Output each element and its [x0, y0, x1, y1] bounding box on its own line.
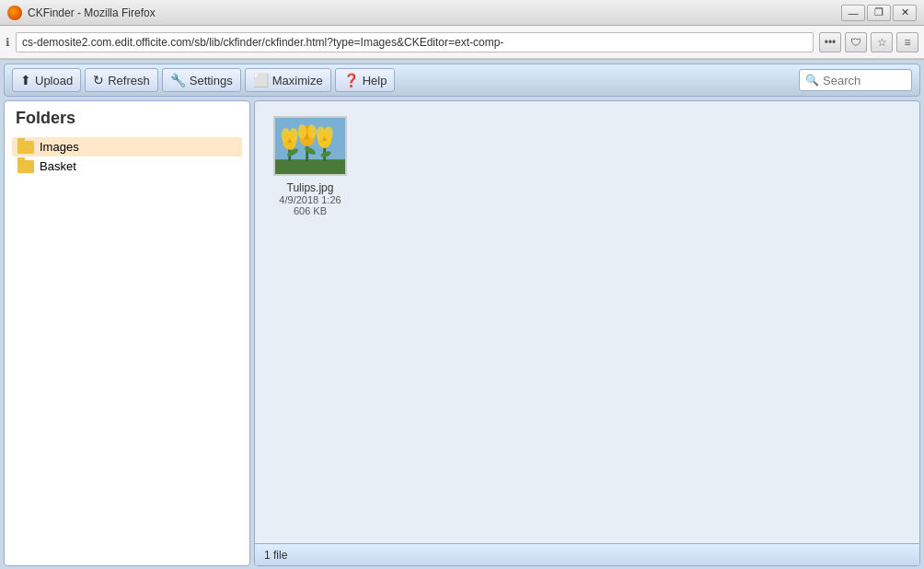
status-label: 1 file: [264, 549, 287, 562]
more-button[interactable]: •••: [819, 32, 841, 52]
sidebar-item-images[interactable]: Images: [12, 137, 242, 157]
svg-point-19: [324, 126, 333, 140]
refresh-icon: ↻: [93, 73, 104, 87]
search-input[interactable]: [823, 74, 906, 87]
maximize-button[interactable]: ⬜ Maximize: [245, 68, 331, 92]
folder-label-basket: Basket: [40, 159, 76, 173]
svg-point-18: [317, 126, 326, 140]
file-date-tulips: 4/9/2018 1:26: [279, 194, 341, 205]
upload-icon: ⬆: [20, 73, 31, 87]
svg-point-16: [298, 124, 307, 138]
file-thumbnail-tulips: [273, 116, 347, 176]
search-icon: 🔍: [805, 74, 819, 87]
toolbar: ⬆ Upload ↻ Refresh 🔧 Settings ⬜ Maximize…: [4, 64, 920, 97]
minimize-button[interactable]: —: [841, 5, 865, 21]
pocket-button[interactable]: 🛡: [845, 32, 867, 52]
title-bar: CKFinder - Mozilla Firefox — ❐ ✕: [0, 0, 924, 26]
folder-icon-images: [17, 141, 34, 154]
svg-point-15: [289, 128, 298, 142]
sidebar: Folders Images Basket: [4, 100, 250, 566]
svg-point-17: [307, 124, 317, 138]
info-icon: ℹ: [6, 36, 10, 49]
folders-title: Folders: [12, 109, 242, 128]
folder-icon-basket: [17, 160, 34, 173]
file-item-tulips[interactable]: Tulips.jpg 4/9/2018 1:26 606 KB: [264, 110, 356, 222]
address-bar: ℹ ••• 🛡 ☆ ≡: [0, 26, 924, 59]
sidebar-item-basket[interactable]: Basket: [12, 157, 242, 176]
svg-rect-1: [275, 159, 345, 174]
browser-icon: [7, 6, 22, 20]
menu-button[interactable]: ≡: [896, 32, 918, 52]
maximize-icon: ⬜: [253, 73, 269, 87]
upload-button[interactable]: ⬆ Upload: [12, 68, 81, 92]
address-input[interactable]: [16, 32, 814, 52]
help-button[interactable]: ❓ Help: [335, 68, 396, 92]
browser-title: CKFinder - Mozilla Firefox: [28, 6, 841, 19]
refresh-button[interactable]: ↻ Refresh: [85, 68, 158, 92]
search-box: 🔍: [799, 69, 912, 91]
folder-label-images: Images: [40, 140, 79, 154]
settings-icon: 🔧: [170, 73, 186, 87]
address-actions: ••• 🛡 ☆ ≡: [819, 32, 918, 52]
bookmark-button[interactable]: ☆: [871, 32, 893, 52]
file-area: Tulips.jpg 4/9/2018 1:26 606 KB 1 file: [254, 100, 920, 566]
file-name-tulips: Tulips.jpg: [287, 181, 334, 194]
file-grid: Tulips.jpg 4/9/2018 1:26 606 KB: [255, 101, 919, 543]
close-button[interactable]: ✕: [893, 5, 917, 21]
status-bar: 1 file: [255, 543, 919, 565]
main-area: Folders Images Basket: [4, 100, 920, 566]
file-size-tulips: 606 KB: [294, 205, 327, 216]
window-controls: — ❐ ✕: [841, 5, 917, 21]
settings-button[interactable]: 🔧 Settings: [162, 68, 241, 92]
app-container: ⬆ Upload ↻ Refresh 🔧 Settings ⬜ Maximize…: [0, 60, 924, 569]
help-icon: ❓: [343, 73, 359, 87]
svg-point-14: [282, 128, 291, 142]
restore-button[interactable]: ❐: [867, 5, 891, 21]
